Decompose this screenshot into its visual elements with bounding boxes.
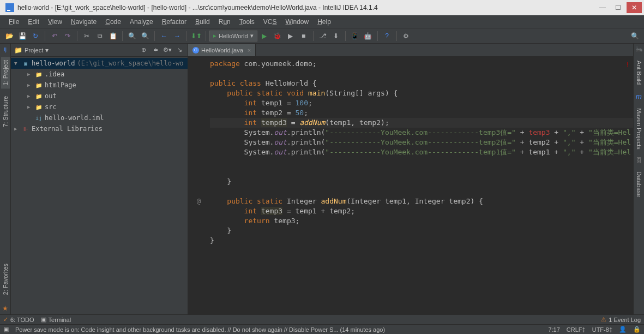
structure-button[interactable]: ⚙ (400, 30, 412, 42)
collapse-button[interactable]: ≑ (151, 45, 160, 55)
stop-button[interactable]: ■ (298, 30, 310, 42)
menu-window[interactable]: Window (281, 17, 313, 27)
project-panel-header: 📁 Project ▾ ⊕ ≑ ⚙▾ ↘ (11, 44, 188, 57)
iml-file-icon: ij (35, 114, 43, 122)
menu-code[interactable]: Code (101, 17, 125, 27)
event-log-icon: ⚠ (601, 316, 606, 323)
expand-arrow-icon[interactable]: ▶ (14, 126, 20, 132)
redo-button[interactable]: ↷ (62, 30, 74, 42)
run-config-selector[interactable]: ▸ HelloWorld ▾ (209, 31, 257, 41)
sdk-button[interactable]: 🤖 (362, 30, 374, 42)
terminal-tool-button[interactable]: ▣ Terminal (41, 316, 71, 323)
minimize-button[interactable]: — (595, 2, 610, 13)
file-encoding[interactable]: UTF-8‡ (592, 326, 612, 333)
tree-node[interactable]: ▶ 📁 htmlPage (11, 80, 188, 91)
structure-tool-tab[interactable]: 7: Structure (1, 93, 10, 130)
close-button[interactable]: ✕ (627, 2, 642, 13)
event-log-button[interactable]: ⚠ 1 Event Log (601, 316, 641, 323)
hide-button[interactable]: ↘ (174, 45, 184, 55)
code-fn: addNum (321, 197, 347, 205)
status-icon[interactable]: ▣ (3, 326, 9, 333)
code-text: ; (304, 109, 308, 117)
menu-view[interactable]: View (44, 17, 67, 27)
search-everywhere-button[interactable]: 🔍 (629, 30, 641, 42)
lock-icon[interactable]: 🔒 (633, 326, 641, 333)
svg-rect-1 (7, 10, 10, 11)
run-button[interactable]: ▶ (258, 30, 270, 42)
find-button[interactable]: 🔍 (126, 30, 138, 42)
paste-button[interactable]: 📋 (107, 30, 119, 42)
separator (345, 31, 346, 41)
cut-button[interactable]: ✂ (81, 30, 93, 42)
menu-analyze[interactable]: Analyze (125, 17, 158, 27)
project-tree[interactable]: ▼ ▣ hello-world (E:\git_work_space\hello… (11, 57, 188, 135)
code-str: "------------YouMeek.com------------temp… (325, 138, 516, 146)
external-libraries-node[interactable]: ▶ ⊪ External Libraries (11, 123, 188, 134)
code-text: + temp2 + (516, 138, 563, 146)
line-separator[interactable]: CRLF‡ (567, 326, 586, 333)
code-text: .println( (287, 148, 325, 156)
code-str: "," (563, 138, 575, 146)
editor-tab-bar: C HelloWorld.java × (188, 44, 633, 57)
save-button[interactable]: 💾 (16, 30, 28, 42)
expand-arrow-icon[interactable]: ▼ (14, 61, 20, 66)
hector-icon[interactable]: 👤 (619, 326, 627, 333)
project-root-node[interactable]: ▼ ▣ hello-world (E:\git_work_space\hello… (11, 58, 188, 69)
database-tab[interactable]: Database (635, 168, 643, 200)
ant-build-tab[interactable]: Ant Build (635, 57, 643, 88)
code-num: 50 (296, 109, 304, 117)
vcs-button[interactable]: ⎇ (317, 30, 329, 42)
menu-tools[interactable]: Tools (235, 17, 259, 27)
make-button[interactable]: ⬇⬆ (190, 30, 202, 42)
code-text: (temp1, temp2); (325, 118, 389, 127)
tab-label: HelloWorld.java (201, 47, 243, 53)
copy-button[interactable]: ⧉ (94, 30, 106, 42)
cursor-position[interactable]: 7:17 (548, 326, 559, 333)
replace-button[interactable]: 🔍 (139, 30, 151, 42)
settings-button[interactable]: ⚙▾ (162, 45, 172, 55)
maven-icon: m (636, 92, 642, 100)
menu-build[interactable]: Build (191, 17, 214, 27)
forward-button[interactable]: → (171, 30, 183, 42)
avd-button[interactable]: 📱 (349, 30, 361, 42)
maximize-button[interactable]: ☐ (610, 2, 625, 13)
tree-node[interactable]: ▶ 📁 .idea (11, 69, 188, 80)
menu-edit[interactable]: Edit (23, 17, 44, 27)
tree-node[interactable]: ▶ 📁 out (11, 91, 188, 102)
editor-tab[interactable]: C HelloWorld.java × (188, 44, 256, 56)
favorites-tool-tab[interactable]: 2: Favorites (1, 260, 10, 298)
menu-refactor[interactable]: Refactor (158, 17, 191, 27)
override-gutter-icon[interactable]: @ (197, 196, 201, 206)
project-tool-tab[interactable]: 1: Project (1, 57, 10, 88)
open-file-button[interactable]: 📂 (3, 30, 15, 42)
menu-file[interactable]: File (4, 17, 23, 27)
undo-button[interactable]: ↶ (49, 30, 61, 42)
menu-vcs[interactable]: VCS (259, 17, 281, 27)
expand-arrow-icon[interactable]: ▶ (27, 93, 33, 99)
expand-arrow-icon[interactable]: ▶ (27, 71, 33, 77)
maven-tab[interactable]: Maven Projects (635, 105, 643, 153)
expand-arrow-icon[interactable]: ▶ (27, 82, 33, 88)
library-icon: ⊪ (22, 125, 29, 133)
menu-navigate[interactable]: Navigate (67, 17, 101, 27)
menu-help[interactable]: Help (313, 17, 335, 27)
code-fn: addNum (299, 118, 325, 127)
update-button[interactable]: ⬇ (330, 30, 342, 42)
dropdown-arrow-icon[interactable]: ▾ (45, 46, 49, 54)
todo-tool-button[interactable]: ✓ 6: TODO (3, 316, 34, 323)
back-button[interactable]: ← (158, 30, 170, 42)
menu-run[interactable]: Run (214, 17, 235, 27)
coverage-button[interactable]: ▶ (285, 30, 297, 42)
tree-node[interactable]: ij hello-world.iml (11, 112, 188, 123)
sync-button[interactable]: ↻ (29, 30, 41, 42)
code-text: + (575, 128, 588, 136)
expand-arrow-icon[interactable]: ▶ (27, 104, 33, 110)
tree-node[interactable]: ▶ 📁 src (11, 102, 188, 112)
help-button[interactable]: ? (381, 30, 393, 42)
scroll-from-source-button[interactable]: ⊕ (139, 45, 148, 55)
code-editor[interactable]: ! package com.youmeek.demo; public class… (188, 57, 633, 314)
debug-button[interactable]: 🐞 (272, 30, 284, 42)
close-tab-icon[interactable]: × (248, 47, 251, 53)
menu-bar: File Edit View Navigate Code Analyze Ref… (0, 15, 644, 28)
error-indicator-icon[interactable]: ! (625, 60, 630, 70)
